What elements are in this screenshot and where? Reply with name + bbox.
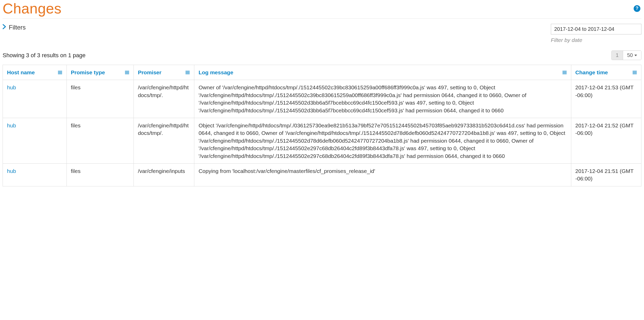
pager-page-current[interactable]: 1 <box>612 51 623 60</box>
pager-page-size-value: 50 <box>627 52 633 58</box>
col-header-label: Change time <box>575 69 608 76</box>
col-header-label: Log message <box>198 69 233 76</box>
host-link[interactable]: hub <box>7 84 16 90</box>
pager-page-size[interactable]: 50 <box>623 51 641 60</box>
cell-promiser: /var/cfengine/httpd/htdocs/tmp/. <box>134 118 194 163</box>
cell-log: Copying from 'localhost:/var/cfengine/ma… <box>194 163 571 186</box>
col-header-label: Promise type <box>71 69 105 76</box>
cell-host: hub <box>3 80 67 118</box>
col-header-time[interactable]: Change time <box>571 65 641 80</box>
date-range-input[interactable] <box>551 24 641 34</box>
pager: 1 50 <box>611 50 641 60</box>
cell-promise-type: files <box>66 118 134 163</box>
col-header-label: Promiser <box>138 69 161 76</box>
table-row: hubfiles/var/cfengine/httpd/htdocs/tmp/.… <box>3 80 641 118</box>
filters-toggle[interactable]: Filters <box>3 24 26 31</box>
cell-log: Owner of '/var/cfengine/httpd/htdocs/tmp… <box>194 80 571 118</box>
column-menu-icon[interactable] <box>125 71 129 74</box>
cell-log: Object '/var/cfengine/httpd/htdocs/tmp/.… <box>194 118 571 163</box>
caret-down-icon <box>634 55 637 56</box>
page-title: Changes <box>3 0 62 17</box>
host-link[interactable]: hub <box>7 122 16 128</box>
col-header-host[interactable]: Host name <box>3 65 67 80</box>
table-row: hubfiles/var/cfengine/inputsCopying from… <box>3 163 641 186</box>
table-row: hubfiles/var/cfengine/httpd/htdocs/tmp/.… <box>3 118 641 163</box>
table-header-row: Host name Promise type <box>3 65 641 80</box>
cell-promise-type: files <box>66 80 134 118</box>
column-menu-icon[interactable] <box>58 71 62 74</box>
column-menu-icon[interactable] <box>562 71 567 74</box>
cell-promiser: /var/cfengine/inputs <box>134 163 194 186</box>
pager-page-number: 1 <box>616 52 619 58</box>
date-range-hint: Filter by date <box>551 37 582 43</box>
filters-label: Filters <box>9 24 26 31</box>
page-header: Changes ? <box>3 0 641 19</box>
help-icon[interactable]: ? <box>634 5 640 12</box>
cell-time: 2017-12-04 21:53 (GMT -06:00) <box>571 80 641 118</box>
col-header-promiser[interactable]: Promiser <box>134 65 194 80</box>
column-menu-icon[interactable] <box>185 71 190 74</box>
cell-time: 2017-12-04 21:51 (GMT -06:00) <box>571 163 641 186</box>
changes-table: Host name Promise type <box>3 65 641 186</box>
cell-promiser: /var/cfengine/httpd/htdocs/tmp/. <box>134 80 194 118</box>
col-header-log[interactable]: Log message <box>194 65 571 80</box>
cell-host: hub <box>3 163 67 186</box>
column-menu-icon[interactable] <box>632 71 637 74</box>
cell-host: hub <box>3 118 67 163</box>
col-header-promise-type[interactable]: Promise type <box>66 65 134 80</box>
host-link[interactable]: hub <box>7 168 16 174</box>
cell-time: 2017-12-04 21:52 (GMT -06:00) <box>571 118 641 163</box>
results-summary: Showing 3 of 3 results on 1 page <box>3 52 85 59</box>
cell-promise-type: files <box>66 163 134 186</box>
col-header-label: Host name <box>7 69 35 76</box>
chevron-right-icon <box>3 24 6 31</box>
